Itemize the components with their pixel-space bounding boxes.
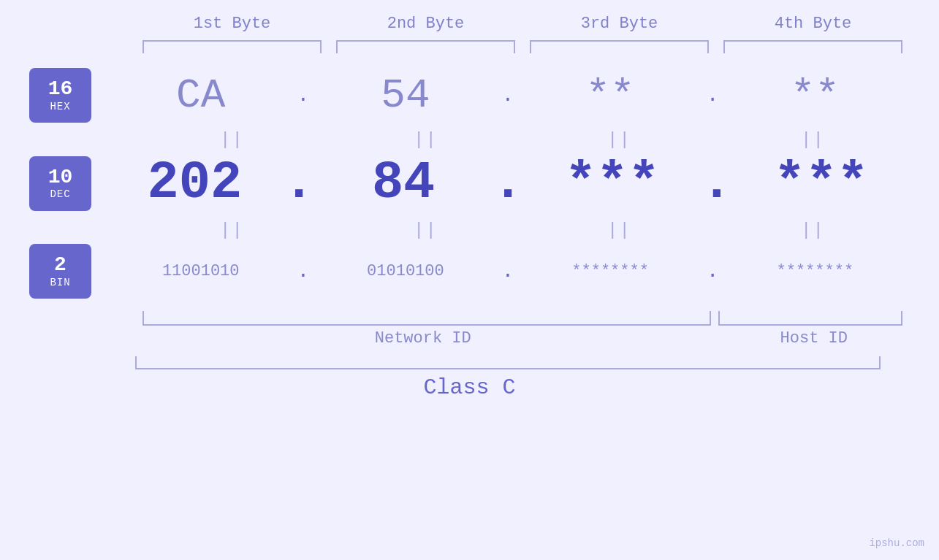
hex-byte3: ** bbox=[515, 72, 704, 119]
top-bracket-row bbox=[29, 40, 910, 53]
bin-byte2: 01010100 bbox=[311, 262, 500, 280]
byte4-header: 4th Byte bbox=[716, 15, 910, 33]
bin-row: 2 BIN 11001010 . 01010100 . ******** . *… bbox=[29, 244, 910, 299]
sep-1-4: || bbox=[716, 130, 910, 150]
bin-val1: 11001010 bbox=[162, 262, 240, 280]
bin-val2: 01010100 bbox=[367, 262, 444, 280]
main-container: 1st Byte 2nd Byte 3rd Byte 4th Byte 16 H… bbox=[0, 0, 939, 560]
full-bracket bbox=[29, 356, 910, 369]
dec-val2: 84 bbox=[372, 153, 435, 213]
sep-2-3: || bbox=[522, 220, 716, 240]
sep-2-4: || bbox=[716, 220, 910, 240]
byte2-header: 2nd Byte bbox=[329, 15, 522, 33]
dec-base-label: DEC bbox=[50, 188, 70, 200]
dec-val4: *** bbox=[774, 153, 869, 213]
byte1-header: 1st Byte bbox=[135, 15, 329, 33]
hex-dot3: . bbox=[705, 84, 721, 107]
sep-2-2: || bbox=[329, 220, 522, 240]
sep-2-1: || bbox=[135, 220, 329, 240]
sep-1-2: || bbox=[329, 130, 522, 150]
hex-byte4: ** bbox=[721, 72, 910, 119]
hex-dot2: . bbox=[501, 84, 516, 107]
hex-val3: ** bbox=[585, 72, 634, 119]
bin-base-label: BIN bbox=[50, 277, 70, 288]
bin-byte1: 11001010 bbox=[106, 262, 295, 280]
sep-row-1: || || || || bbox=[29, 130, 910, 150]
bin-dot1: . bbox=[295, 260, 311, 283]
hex-row: 16 HEX CA . 54 . ** . ** bbox=[29, 68, 910, 123]
dec-byte4: *** bbox=[732, 153, 910, 213]
sep-1-3: || bbox=[522, 130, 716, 150]
dec-dot3: . bbox=[701, 153, 732, 213]
dec-val1: 202 bbox=[147, 153, 242, 213]
network-host-label-row: Network ID Host ID bbox=[29, 329, 910, 348]
dec-byte1: 202 bbox=[106, 153, 284, 213]
dec-byte3: *** bbox=[524, 153, 702, 213]
hex-base-num: 16 bbox=[48, 78, 73, 101]
class-label: Class C bbox=[423, 375, 515, 400]
watermark: ipshu.com bbox=[869, 537, 924, 549]
bin-byte3: ******** bbox=[515, 262, 704, 280]
bracket-4 bbox=[723, 40, 902, 53]
class-label-row: Class C bbox=[29, 375, 910, 400]
bin-badge: 2 BIN bbox=[29, 244, 91, 299]
dec-row: 10 DEC 202 . 84 . *** . *** bbox=[29, 153, 910, 213]
hex-byte2: 54 bbox=[311, 72, 500, 119]
dec-dot2: . bbox=[492, 153, 523, 213]
hex-dot1: . bbox=[295, 84, 311, 107]
hex-base-label: HEX bbox=[50, 101, 70, 112]
network-id-label: Network ID bbox=[135, 329, 711, 348]
bracket-1 bbox=[142, 40, 322, 53]
dec-base-num: 10 bbox=[48, 166, 73, 189]
bin-val3: ******** bbox=[571, 262, 649, 280]
bracket-3 bbox=[530, 40, 709, 53]
dec-badge: 10 DEC bbox=[29, 156, 91, 211]
hex-byte1: CA bbox=[106, 72, 295, 119]
network-bracket bbox=[135, 311, 711, 326]
bin-dot2: . bbox=[501, 260, 516, 283]
bin-values: 11001010 . 01010100 . ******** . *******… bbox=[106, 260, 910, 283]
bracket-2 bbox=[336, 40, 515, 53]
hex-badge: 16 HEX bbox=[29, 68, 91, 123]
hex-val1: CA bbox=[176, 72, 225, 119]
bin-base-num: 2 bbox=[54, 254, 66, 277]
bin-byte4: ******** bbox=[721, 262, 910, 280]
dec-val3: *** bbox=[565, 153, 660, 213]
dec-byte2: 84 bbox=[315, 153, 493, 213]
hex-val4: ** bbox=[791, 72, 840, 119]
sep-row-2: || || || || bbox=[29, 220, 910, 240]
hex-values: CA . 54 . ** . ** bbox=[106, 72, 910, 119]
bin-dot3: . bbox=[705, 260, 721, 283]
byte-headers: 1st Byte 2nd Byte 3rd Byte 4th Byte bbox=[29, 15, 910, 33]
host-id-label: Host ID bbox=[718, 329, 911, 348]
hex-val2: 54 bbox=[381, 72, 430, 119]
host-bracket bbox=[718, 311, 911, 326]
byte3-header: 3rd Byte bbox=[522, 15, 716, 33]
dec-values: 202 . 84 . *** . *** bbox=[106, 153, 910, 213]
bin-val4: ******** bbox=[776, 262, 854, 280]
dec-dot1: . bbox=[284, 153, 315, 213]
sep-1-1: || bbox=[135, 130, 329, 150]
